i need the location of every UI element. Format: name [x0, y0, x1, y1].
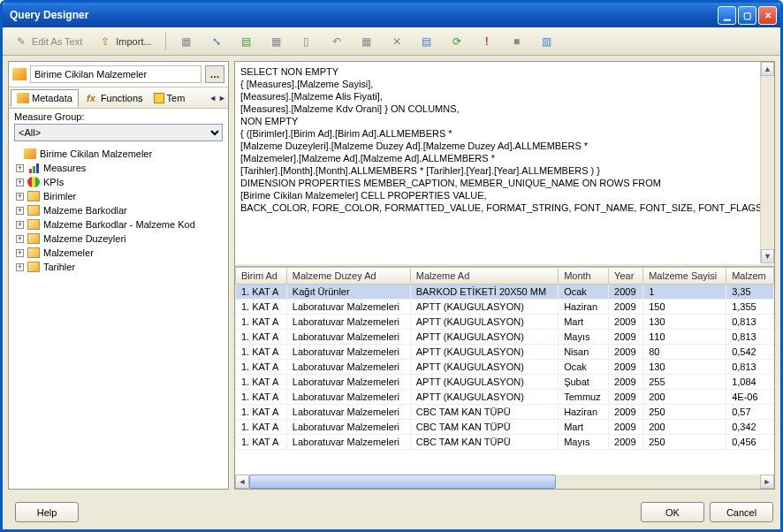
toolbar-icon[interactable]: ▦	[353, 32, 380, 51]
tab-functions[interactable]: fx Functions	[79, 88, 148, 108]
title-bar: Query Designer ▁ ▢ ✕	[3, 3, 780, 27]
run-button[interactable]: !	[474, 32, 500, 51]
calc-icon: ▦	[270, 34, 284, 49]
toolbar-icon[interactable]: ▯	[293, 32, 320, 51]
mdx-line: [Malzeme Duzeyleri].[Malzeme Duzey Ad].[…	[240, 140, 769, 152]
tab-label: Metadata	[32, 93, 72, 103]
column-header[interactable]: Malzeme Duzey Ad	[286, 268, 410, 285]
toolbar-icon[interactable]: ⤡	[203, 32, 230, 51]
column-header[interactable]: Year	[609, 268, 643, 285]
table-row[interactable]: 1. KAT ALaboratuvar MalzemeleriCBC TAM K…	[236, 435, 774, 450]
results-grid[interactable]: Birim AdMalzeme Duzey AdMalzeme AdMonthY…	[235, 267, 774, 475]
table-row[interactable]: 1. KAT ALaboratuvar MalzemeleriAPTT (KAU…	[236, 390, 774, 405]
table-row[interactable]: 1. KAT ALaboratuvar MalzemeleriAPTT (KAU…	[236, 360, 774, 375]
table-cell: 0,342	[726, 420, 774, 435]
column-header[interactable]: Month	[559, 268, 609, 285]
table-row[interactable]: 1. KAT ALaboratuvar MalzemeleriAPTT (KAU…	[236, 375, 774, 390]
table-cell: Laboratuvar Malzemeleri	[286, 435, 410, 450]
column-header[interactable]: Malzeme Sayisi	[643, 268, 726, 285]
table-row[interactable]: 1. KAT ALaboratuvar MalzemeleriAPTT (KAU…	[236, 345, 774, 360]
table-cell: Haziran	[559, 300, 609, 315]
toolbar-icon[interactable]: ↶	[323, 32, 350, 51]
tree-expand-icon[interactable]: +	[16, 179, 24, 186]
stop-icon: ■	[510, 34, 524, 49]
table-row[interactable]: 1. KAT ALaboratuvar MalzemeleriAPTT (KAU…	[236, 315, 774, 330]
tree-expand-icon[interactable]: +	[16, 235, 24, 243]
table-cell: 0,542	[726, 345, 774, 360]
tree-expand-icon[interactable]: +	[16, 164, 24, 172]
table-cell: Kağıt Ürünler	[286, 285, 410, 300]
ok-button[interactable]: OK	[641, 502, 704, 522]
close-button[interactable]: ✕	[758, 6, 777, 25]
cube-select[interactable]	[30, 65, 201, 83]
help-button[interactable]: Help	[15, 502, 79, 522]
table-cell: Laboratuvar Malzemeleri	[286, 420, 410, 435]
mdx-query-pane[interactable]: SELECT NON EMPTY{ [Measures].[Malzeme Sa…	[235, 62, 774, 263]
tree-expand-icon[interactable]: +	[16, 193, 24, 201]
metadata-tree[interactable]: Birime Cikilan Malzemeler +Measures+KPIs…	[9, 145, 228, 489]
tree-item[interactable]: +Measures	[12, 161, 224, 175]
dimension-icon	[27, 233, 40, 244]
toolbar-icon[interactable]: ▦	[173, 32, 200, 51]
tree-item[interactable]: +Malzeme Duzeyleri	[12, 232, 224, 246]
toolbar-icon[interactable]: ⟳	[444, 32, 470, 51]
design-icon: ▥	[540, 34, 554, 49]
tree-item[interactable]: +KPIs	[12, 175, 224, 189]
tree-expand-icon[interactable]: +	[16, 221, 24, 229]
toolbar-icon[interactable]: ✕	[384, 32, 410, 51]
table-cell: CBC TAM KAN TÜPÜ	[410, 405, 558, 420]
measure-group-select[interactable]: <All>	[14, 124, 223, 141]
toolbar-icon[interactable]: ■	[504, 32, 530, 51]
cancel-button[interactable]: Cancel	[710, 502, 773, 522]
table-row[interactable]: 1. KAT ALaboratuvar MalzemeleriAPTT (KAU…	[236, 300, 774, 315]
table-cell: APTT (KAUGULASYON)	[410, 375, 558, 390]
table-row[interactable]: 1. KAT ALaboratuvar MalzemeleriCBC TAM K…	[236, 420, 774, 435]
horizontal-scrollbar[interactable]: ◄ ►	[235, 475, 774, 489]
scroll-left-icon[interactable]: ◄	[235, 475, 249, 489]
tab-templates[interactable]: Tem	[148, 90, 191, 106]
scroll-thumb[interactable]	[249, 475, 556, 489]
scroll-up-icon[interactable]: ▲	[761, 62, 774, 76]
dimension-icon	[27, 205, 40, 216]
table-cell: BARKOD ETİKETİ 20X50 MM	[410, 285, 558, 300]
tree-item[interactable]: +Birimler	[12, 189, 224, 203]
table-row[interactable]: 1. KAT ALaboratuvar MalzemeleriCBC TAM K…	[236, 405, 774, 420]
tree-item-label: Malzeme Duzeyleri	[43, 233, 126, 244]
column-header[interactable]: Birim Ad	[236, 268, 287, 285]
table-row[interactable]: 1. KAT ALaboratuvar MalzemeleriAPTT (KAU…	[236, 330, 774, 345]
tree-expand-icon[interactable]: +	[16, 207, 24, 215]
column-header[interactable]: Malzeme Ad	[410, 268, 558, 285]
tree-expand-icon[interactable]: +	[16, 263, 24, 271]
tab-scroll-right[interactable]: ►	[218, 94, 226, 103]
cube-icon	[24, 148, 36, 159]
import-button[interactable]: ⇪ Import...	[92, 32, 157, 51]
scroll-right-icon[interactable]: ►	[760, 475, 774, 489]
tree-item[interactable]: +Malzeme Barkodlar	[12, 203, 224, 217]
table-cell: Nisan	[559, 345, 609, 360]
tab-metadata[interactable]: Metadata	[11, 89, 79, 107]
table-row[interactable]: 1. KAT AKağıt ÜrünlerBARKOD ETİKETİ 20X5…	[236, 285, 774, 300]
toolbar-icon[interactable]: ▦	[263, 32, 290, 51]
design-mode-button[interactable]: ▥	[534, 32, 560, 51]
toolbar-separator	[165, 33, 166, 50]
vertical-scrollbar[interactable]: ▲ ▼	[760, 62, 774, 263]
grid-icon: ▦	[179, 34, 194, 49]
toolbar-icon[interactable]: ▤	[233, 32, 260, 51]
toolbar-icon[interactable]: ▤	[414, 32, 440, 51]
tree-item[interactable]: +Malzeme Barkodlar - Malzeme Kod	[12, 217, 224, 232]
tree-item-label: KPIs	[43, 177, 64, 187]
maximize-button[interactable]: ▢	[738, 6, 756, 25]
tree-item[interactable]: +Malzemeler	[12, 246, 224, 260]
tree-item[interactable]: +Tarihler	[12, 260, 224, 274]
scroll-down-icon[interactable]: ▼	[761, 249, 774, 263]
minimize-button[interactable]: ▁	[718, 6, 736, 25]
tree-expand-icon[interactable]: +	[16, 249, 24, 257]
edit-as-text-button[interactable]: ✎ Edit As Text	[8, 32, 88, 51]
import-label: Import...	[116, 36, 151, 47]
edit-as-text-label: Edit As Text	[32, 36, 82, 47]
tree-item-label: Tarihler	[43, 262, 75, 272]
column-header[interactable]: Malzem	[726, 268, 774, 285]
cube-browse-button[interactable]: …	[205, 65, 224, 83]
tree-root[interactable]: Birime Cikilan Malzemeler	[12, 147, 224, 161]
tab-scroll-left[interactable]: ◄	[209, 94, 217, 103]
